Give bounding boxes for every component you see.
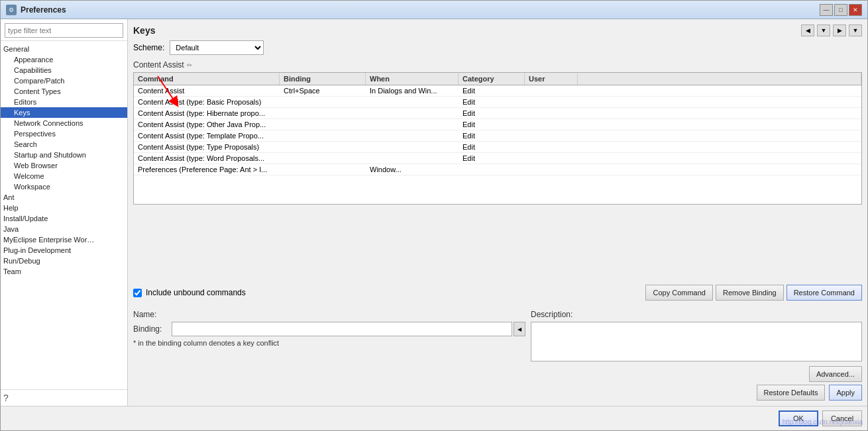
sidebar-bottom: ? [1, 389, 127, 406]
bottom-section: Advanced... Restore Defaults Apply [133, 366, 862, 401]
col-header-binding[interactable]: Binding [280, 73, 366, 85]
sidebar-item-network_connections[interactable]: Network Connections [1, 118, 127, 128]
filter-input[interactable] [5, 23, 123, 38]
sidebar-item-web_browser[interactable]: Web Browser [1, 160, 127, 171]
table-cell: Content Assist (type: Basic Proposals) [134, 97, 280, 107]
table-cell [366, 97, 459, 107]
include-unbound-checkbox[interactable] [133, 289, 142, 297]
sidebar-item-perspectives[interactable]: Perspectives [1, 128, 127, 139]
sidebar-item-appearance[interactable]: Appearance [1, 54, 127, 65]
page-title: Keys [133, 25, 155, 36]
dialog-content: GeneralAppearanceCapabilitiesCompare/Pat… [1, 19, 867, 406]
remove-binding-button[interactable]: Remove Binding [716, 285, 784, 301]
table-cell: Edit [459, 130, 525, 141]
action-buttons: Copy Command Remove Binding Restore Comm… [645, 285, 862, 301]
scheme-label: Scheme: [133, 43, 164, 52]
close-button[interactable]: ✕ [849, 4, 862, 16]
sidebar-item-compare_patch[interactable]: Compare/Patch [1, 75, 127, 86]
table-cell: Edit [459, 119, 525, 130]
table-row[interactable]: Content Assist (type: Type Proposals)Edi… [134, 142, 861, 153]
details-area: Name: Binding: ◀ * in the binding column… [133, 310, 862, 363]
sidebar-item-startup_shutdown[interactable]: Startup and Shutdown [1, 150, 127, 160]
conflict-note: * in the binding column denotes a key co… [133, 339, 525, 347]
table-cell [525, 142, 578, 152]
advanced-row: Advanced... [133, 366, 862, 382]
binding-input[interactable] [172, 322, 512, 336]
preferences-window: ⚙ Preferences — □ ✕ GeneralAppearanceCap… [0, 0, 868, 431]
table-cell: Ctrl+Space [280, 85, 366, 96]
sidebar-item-content_types[interactable]: Content Types [1, 86, 127, 97]
keys-table: Command Binding When Category User Conte… [133, 72, 862, 205]
description-textarea[interactable] [531, 322, 862, 361]
col-header-category[interactable]: Category [459, 73, 525, 85]
sidebar-item-keys[interactable]: Keys [1, 107, 127, 118]
col-header-user[interactable]: User [525, 73, 578, 85]
minimize-button[interactable]: — [820, 4, 833, 16]
table-cell [366, 142, 459, 152]
table-cell [280, 153, 366, 164]
sidebar-item-editors[interactable]: Editors [1, 97, 127, 107]
table-row[interactable]: Content Assist (type: Word Proposals...E… [134, 153, 861, 164]
col-header-when[interactable]: When [366, 73, 459, 85]
table-row[interactable]: Content Assist (type: Template Propo...E… [134, 130, 861, 142]
sidebar-item-myeclipse[interactable]: MyEclipse Enterprise Wor… [1, 234, 127, 245]
sidebar-item-search[interactable]: Search [1, 139, 127, 150]
col-header-command[interactable]: Command [134, 73, 280, 85]
copy-command-button[interactable]: Copy Command [645, 285, 712, 301]
forward-dropdown2-button[interactable]: ▼ [849, 24, 862, 36]
name-label: Name: [133, 310, 166, 319]
sidebar-item-install_update[interactable]: Install/Update [1, 213, 127, 224]
ok-cancel-bar: OK Cancel [1, 406, 867, 430]
sidebar-item-ant[interactable]: Ant [1, 192, 127, 203]
keys-section: Scheme: Default Emacs Microsoft Visual S… [133, 40, 862, 401]
table-cell [280, 97, 366, 107]
details-left: Name: Binding: ◀ * in the binding column… [133, 310, 525, 363]
table-cell [366, 119, 459, 130]
sidebar-item-java[interactable]: Java [1, 224, 127, 234]
sidebar-item-plugin_dev[interactable]: Plug-in Development [1, 245, 127, 256]
table-row[interactable]: Preferences (Preference Page: Ant > I...… [134, 164, 861, 175]
help-icon[interactable]: ? [3, 393, 9, 403]
restore-defaults-button[interactable]: Restore Defaults [757, 385, 826, 401]
tree: GeneralAppearanceCapabilitiesCompare/Pat… [1, 41, 127, 389]
table-cell: Window... [366, 164, 459, 175]
table-row[interactable]: Content AssistCtrl+SpaceIn Dialogs and W… [134, 85, 861, 97]
apply-button[interactable]: Apply [829, 385, 862, 401]
table-cell: Edit [459, 85, 525, 96]
sidebar-item-run_debug[interactable]: Run/Debug [1, 256, 127, 266]
sidebar-item-capabilities[interactable]: Capabilities [1, 65, 127, 75]
forward-dropdown-button[interactable]: ▼ [817, 24, 830, 36]
table-cell: Edit [459, 108, 525, 119]
table-row[interactable]: Content Assist (type: Other Java Prop...… [134, 119, 861, 130]
table-row[interactable]: Content Assist (type: Hibernate propo...… [134, 108, 861, 119]
table-cell [280, 164, 366, 175]
maximize-button[interactable]: □ [834, 4, 847, 16]
table-cell: Content Assist (type: Type Proposals) [134, 142, 280, 152]
sidebar-item-general[interactable]: General [1, 44, 127, 54]
restore-command-button[interactable]: Restore Command [787, 285, 862, 301]
table-cell [280, 130, 366, 141]
main-content: Keys ◀ ▼ ▶ ▼ Scheme: Default Emacs Micro… [128, 19, 867, 406]
table-cell: Content Assist (type: Template Propo... [134, 130, 280, 141]
binding-row: Binding: ◀ [133, 322, 525, 336]
sidebar-item-team[interactable]: Team [1, 266, 127, 277]
sidebar-item-welcome[interactable]: Welcome [1, 171, 127, 181]
table-cell: In Dialogs and Win... [366, 85, 459, 96]
table-cell: Content Assist (type: Other Java Prop... [134, 119, 280, 130]
table-cell: Preferences (Preference Page: Ant > I... [134, 164, 280, 175]
unbound-row: Include unbound commands [133, 285, 246, 300]
sidebar-item-help[interactable]: Help [1, 203, 127, 213]
table-row[interactable]: Content Assist (type: Basic Proposals)Ed… [134, 97, 861, 108]
table-cell [525, 130, 578, 141]
section-label: Content Assist ✏ [133, 60, 862, 70]
table-cell: Content Assist (type: Word Proposals... [134, 153, 280, 164]
advanced-button[interactable]: Advanced... [809, 366, 862, 382]
name-row: Name: [133, 310, 525, 319]
binding-arrow-button[interactable]: ◀ [514, 322, 525, 336]
table-cell [525, 108, 578, 119]
forward-button[interactable]: ▶ [833, 24, 846, 36]
back-button[interactable]: ◀ [801, 24, 814, 36]
scheme-select[interactable]: Default Emacs Microsoft Visual Studio [170, 40, 264, 55]
table-cell: Edit [459, 97, 525, 107]
sidebar-item-workspace[interactable]: Workspace [1, 181, 127, 192]
